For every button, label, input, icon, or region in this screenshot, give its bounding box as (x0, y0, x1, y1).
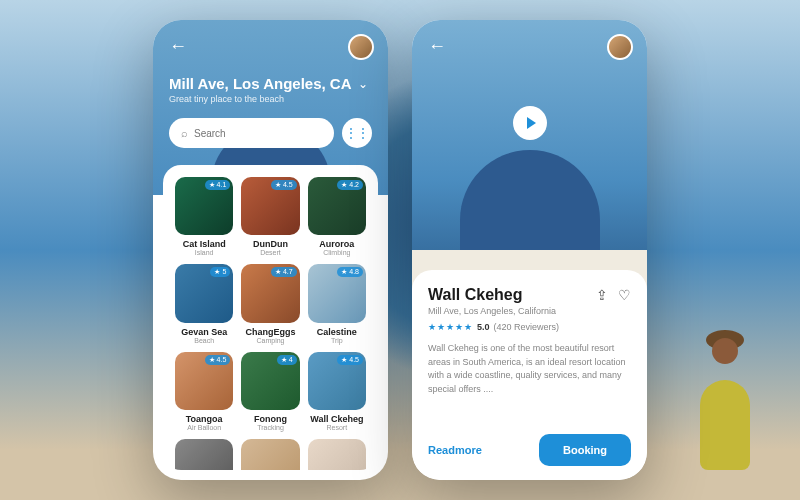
card-subtitle: Trip (331, 337, 343, 344)
card-title: Fonong (254, 414, 287, 424)
reviews-count: (420 Reviewers) (494, 322, 560, 332)
destination-card[interactable]: ★ 4.7ChangEggsCamping (241, 264, 299, 343)
heart-icon[interactable]: ♡ (618, 287, 631, 303)
detail-hero: ← (412, 20, 647, 290)
phone-screen-detail: ← Wall Ckeheg ⇪ ♡ Mill Ave, Los Angeles,… (412, 20, 647, 480)
subtitle-text: Great tiny place to the beach (169, 94, 372, 104)
rating-badge: ★ 4.1 (205, 180, 231, 190)
description-text: Wall Ckeheg is one of the most beautiful… (428, 342, 631, 396)
card-title: ChangEggs (245, 327, 295, 337)
back-arrow-icon[interactable]: ← (428, 36, 446, 57)
card-thumbnail: ★ 4.7 (241, 264, 299, 322)
card-thumbnail (175, 439, 233, 470)
card-subtitle: Camping (256, 337, 284, 344)
rating-badge: ★ 4.8 (337, 267, 363, 277)
hero-dome-graphic (460, 150, 600, 260)
destination-card[interactable] (241, 439, 299, 470)
phone-screen-listing: ← Mill Ave, Los Angeles, CA ⌄ Great tiny… (153, 20, 388, 480)
rating-badge: ★ 4.5 (337, 355, 363, 365)
destination-card[interactable]: ★ 4.8CalestineTrip (308, 264, 366, 343)
card-thumbnail: ★ 4.5 (241, 177, 299, 235)
card-thumbnail: ★ 4.2 (308, 177, 366, 235)
search-icon: ⌕ (181, 127, 188, 139)
search-box[interactable]: ⌕ (169, 118, 334, 148)
detail-title: Wall Ckeheg (428, 286, 523, 304)
readmore-link[interactable]: Readmore (428, 444, 482, 456)
card-thumbnail: ★ 4.5 (175, 352, 233, 410)
destination-card[interactable]: ★ 4.5DunDunDesert (241, 177, 299, 256)
card-subtitle: Island (195, 249, 214, 256)
rating-badge: ★ 4.2 (337, 180, 363, 190)
card-subtitle: Air Balloon (187, 424, 221, 431)
card-title: Calestine (317, 327, 357, 337)
card-thumbnail: ★ 4 (241, 352, 299, 410)
destination-card[interactable] (175, 439, 233, 470)
card-subtitle: Desert (260, 249, 281, 256)
avatar[interactable] (348, 34, 374, 60)
card-title: Wall Ckeheg (310, 414, 363, 424)
share-icon[interactable]: ⇪ (596, 287, 608, 303)
stars-icon: ★★★★★ (428, 322, 473, 332)
card-title: Toangoa (186, 414, 223, 424)
card-thumbnail (241, 439, 299, 470)
rating-badge: ★ 4.5 (205, 355, 231, 365)
destinations-grid: ★ 4.1Cat IslandIsland★ 4.5DunDunDesert★ … (175, 177, 366, 470)
card-thumbnail: ★ 4.1 (175, 177, 233, 235)
destination-card[interactable]: ★ 4.5Wall CkehegResort (308, 352, 366, 431)
card-thumbnail: ★ 4.5 (308, 352, 366, 410)
booking-button[interactable]: Booking (539, 434, 631, 466)
back-arrow-icon[interactable]: ← (169, 36, 187, 56)
destination-card[interactable]: ★ 4.5ToangoaAir Balloon (175, 352, 233, 431)
card-subtitle: Tracking (257, 424, 284, 431)
card-title: Gevan Sea (181, 327, 227, 337)
destination-card[interactable]: ★ 4.1Cat IslandIsland (175, 177, 233, 256)
play-button[interactable] (513, 106, 547, 140)
destination-card[interactable]: ★ 4.2AuroroaClimbing (308, 177, 366, 256)
filter-button[interactable]: ⋮⋮ (342, 118, 372, 148)
avatar[interactable] (607, 34, 633, 60)
rating-badge: ★ 4.7 (271, 267, 297, 277)
location-selector[interactable]: Mill Ave, Los Angeles, CA ⌄ (169, 75, 372, 92)
destinations-panel: ★ 4.1Cat IslandIsland★ 4.5DunDunDesert★ … (163, 165, 378, 470)
destination-card[interactable]: ★ 5Gevan SeaBeach (175, 264, 233, 343)
card-title: DunDun (253, 239, 288, 249)
rating-value: 5.0 (477, 322, 490, 332)
card-subtitle: Beach (194, 337, 214, 344)
rating-badge: ★ 4 (277, 355, 297, 365)
card-thumbnail: ★ 5 (175, 264, 233, 322)
rating-badge: ★ 4.5 (271, 180, 297, 190)
location-text: Mill Ave, Los Angeles, CA (169, 75, 352, 92)
search-input[interactable] (194, 128, 322, 139)
chevron-down-icon: ⌄ (358, 77, 368, 91)
rating-badge: ★ 5 (210, 267, 230, 277)
card-subtitle: Resort (327, 424, 348, 431)
card-thumbnail: ★ 4.8 (308, 264, 366, 322)
destination-card[interactable] (308, 439, 366, 470)
card-title: Auroroa (319, 239, 354, 249)
card-subtitle: Climbing (323, 249, 350, 256)
detail-location: Mill Ave, Los Angeles, California (428, 306, 631, 316)
card-title: Cat Island (183, 239, 226, 249)
destination-card[interactable]: ★ 4FonongTracking (241, 352, 299, 431)
card-thumbnail (308, 439, 366, 470)
person-graphic (680, 330, 770, 470)
detail-panel: Wall Ckeheg ⇪ ♡ Mill Ave, Los Angeles, C… (412, 270, 647, 480)
rating-row: ★★★★★ 5.0 (420 Reviewers) (428, 322, 631, 332)
